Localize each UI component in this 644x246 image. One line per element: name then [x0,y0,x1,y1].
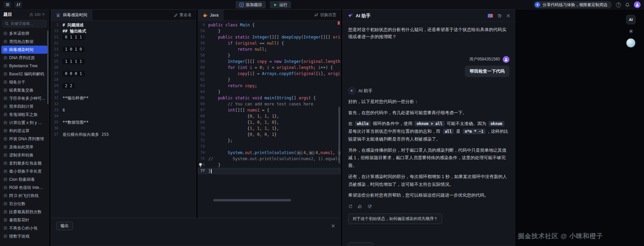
code-line[interactable]: 69 {1, 0, 1, 0}, [198,119,340,125]
markdown-line[interactable]: 35**数据范围** [51,119,196,125]
code-line[interactable]: 60 for (int i = 0; i < original.length; … [198,65,340,71]
code-line[interactable]: 67 int[][] nums1 = { [198,107,340,113]
sidebar-item[interactable]: 最小替换子串长度 [1,167,47,175]
sidebar-item[interactable]: 字符串有多少种可... [1,94,47,102]
sparkle-icon[interactable] [628,29,634,34]
sidebar-item[interactable]: 阿 D 的飞行路线 [1,192,47,200]
markdown-line[interactable]: 30 [51,89,196,95]
sidebar-item[interactable]: Bytedance Tree [1,62,47,70]
markdown-line[interactable]: 34 [51,113,196,119]
sidebar-item[interactable]: 不再贪心的小包 [1,224,47,232]
close-icon[interactable] [506,14,510,18]
code-line[interactable]: 75// System.out.println(solution(nums2, … [198,156,340,162]
markdown-line[interactable]: 251 1 1 1 [51,58,196,65]
sidebar-item[interactable]: 拿到最多红包金额 [1,159,47,167]
sidebar-scrollbar[interactable] [47,30,48,104]
sidebar-item[interactable]: 和的逆运算 [1,127,47,135]
output-tab[interactable]: 输出 [56,222,73,230]
code-line[interactable]: 57 return null; [198,46,340,52]
help-icon[interactable]: ? [616,2,621,7]
search-input[interactable] [10,22,44,26]
sidebar-item[interactable]: Base32 编码和解码 [1,70,47,78]
lightbulb-icon[interactable] [199,163,202,167]
close-icon[interactable] [331,224,335,228]
sidebar-item[interactable]: 青海湖租车之旅 [1,110,47,119]
markdown-line[interactable]: 28 [51,77,196,83]
thumbs-down-icon[interactable] [367,204,372,209]
suggested-question[interactable]: 对于这个初始状态，如何确定感染的优先顺序？ [348,214,442,224]
mascot-avatar[interactable] [626,38,636,48]
markdown-line[interactable]: 270 0 0 1 [51,71,196,77]
flag-icon[interactable] [488,14,493,18]
code-line[interactable]: 56 if (original == null) { [198,40,340,46]
markdown-line[interactable]: 336 [51,107,196,113]
run-button[interactable]: 运行 [270,1,291,8]
sidebar-item[interactable]: 比赛最高获胜次数 [1,208,47,216]
markdown-line[interactable]: 32 [51,101,196,107]
code-line[interactable]: 73 [198,144,340,150]
vertical-scrollbar[interactable] [338,107,340,164]
markdown-line[interactable]: 22 [51,40,196,46]
user-avatar[interactable] [634,1,641,8]
sidebar-item[interactable]: RGB 色值转 Integer [1,183,47,192]
sidebar-item[interactable]: 猜数字游戏 [1,232,47,240]
markdown-line[interactable]: 36 [51,125,196,131]
sidebar-item[interactable]: 查找热点数据 [1,38,47,46]
switch-language-button[interactable]: 切换语言 [314,12,336,18]
workspace-logo-icon[interactable] [14,1,22,8]
suggested-question-partial[interactable]: 需要，… [348,242,373,246]
markdown-line[interactable]: 231 0 1 0 [51,46,196,52]
tab-problem[interactable]: 病毒感染时间 [51,10,92,20]
markdown-line[interactable]: 210 1 1 1 [51,34,196,40]
sidebar-item[interactable]: 环状 DNA 序列整理 [1,135,47,143]
markdown-line[interactable]: 1# 问题描述 [51,22,196,28]
sidebar-item[interactable]: DNA 序列还原 [1,54,47,62]
problem-editor[interactable]: 1# 问题描述13## 输出格式210 1 1 122231 0 1 02425… [51,21,196,218]
code-line[interactable]: 55 public static Integer[][] deepCopy(In… [198,34,340,40]
code-line[interactable]: 4public class Main { [198,22,340,28]
code-line[interactable]: 77} [198,168,340,174]
code-line[interactable]: 76 } [198,162,340,168]
rename-button[interactable]: 重命名 [174,12,192,18]
code-editor[interactable]: 4public class Main {54 }55 public static… [198,21,340,218]
sidebar-item[interactable]: 百分位数 [1,200,47,208]
code-line[interactable]: 74 System.out.println(solution(n:4,m:4,n… [198,150,340,156]
sidebar-item[interactable]: 病毒感染时间 [1,46,47,54]
add-question-button[interactable]: 添加题目 [236,1,266,8]
code-line[interactable]: 61 copy[i] = Arrays.copyOf(original[i], … [198,71,340,77]
sidebar-item[interactable]: 暴雨梨花针 [1,216,47,224]
code-line[interactable]: 59 Integer[][] copy = new Integer[origin… [198,58,340,65]
markdown-line[interactable]: 13## 输出格式 [51,28,196,34]
markdown-line[interactable]: 31**输出样例** [51,95,196,101]
thumbs-up-icon[interactable] [358,204,362,209]
code-line[interactable]: 58 } [198,52,340,58]
code-line[interactable]: 54 } [198,28,340,34]
share-banner[interactable]: 分享代码练习体验，领限量定制周边 [533,1,612,8]
code-line[interactable]: 64 } [198,89,340,95]
sidebar-item[interactable]: 链表聚集交换 [1,86,47,94]
code-line[interactable]: 63 return copy; [198,83,340,89]
sidebar-item[interactable]: 及格如此简单 [1,143,47,151]
ai-assistant-badge[interactable]: AI [626,15,636,24]
code-line[interactable]: 71 {0, 0, 0, 1} [198,131,340,138]
markdown-line[interactable]: 37座位横向和纵向最多 255 [51,131,196,138]
code-line[interactable]: 65 public static void main(String[] args… [198,95,340,101]
sidebar-item[interactable]: 简单四则计算 [1,102,47,110]
code-line[interactable]: 68 {0, 1, 1, 1}, [198,113,340,119]
app-logo-icon[interactable] [3,1,11,8]
markdown-line[interactable]: 292 2 [51,83,196,89]
sidebar-item[interactable]: Cion 勒索病毒 [1,175,47,183]
history-icon[interactable] [497,14,502,18]
code-line[interactable]: 62 } [198,77,340,83]
code-line[interactable]: 70 {1, 1, 1, 1}, [198,125,340,131]
regenerate-icon[interactable] [348,204,353,209]
code-line[interactable]: 66 // You can add more test cases here [198,101,340,107]
horizontal-scrollbar[interactable] [213,199,291,201]
sidebar-item[interactable]: 进制求和转换 [1,151,47,159]
code-line[interactable]: 72 }; [198,138,340,144]
tab-java[interactable]: Java [198,10,223,20]
sidebar-item[interactable]: 多米诺骨牌 [1,29,47,38]
markdown-line[interactable]: 24 [51,52,196,58]
notifications-icon[interactable] [625,2,630,7]
markdown-line[interactable]: 26 [51,65,196,71]
